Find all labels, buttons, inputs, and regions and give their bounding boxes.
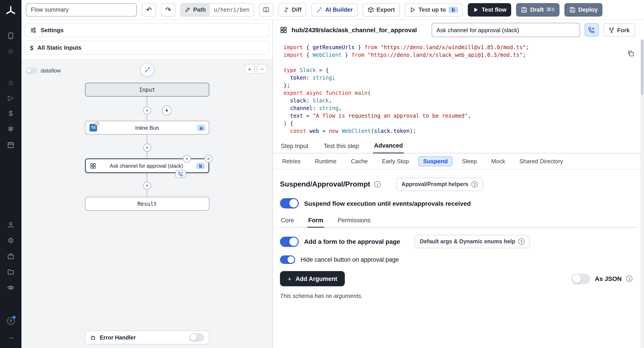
pencil-icon — [185, 7, 190, 12]
info-icon[interactable]: i — [374, 181, 380, 188]
ai-builder-button[interactable]: AI Builder — [312, 3, 358, 16]
tab-test-this-step[interactable]: Test this step — [323, 140, 360, 153]
ai-flow-button[interactable] — [140, 63, 154, 76]
tab-shared-directory[interactable]: Shared Directory — [514, 156, 568, 166]
dataflow-toggle[interactable] — [26, 68, 38, 74]
node-label: Ask channel for approval (slack) — [96, 163, 196, 168]
hide-cancel-toggle[interactable] — [280, 256, 295, 264]
tab-cache[interactable]: Cache — [346, 156, 372, 166]
tab-mock[interactable]: Mock — [486, 156, 510, 166]
tab-form[interactable]: Form — [308, 215, 324, 228]
form-toggle[interactable] — [280, 236, 299, 247]
test-flow-label: Test flow — [482, 6, 506, 13]
collapse-sidebar-icon[interactable]: → — [0, 329, 22, 344]
scrollbar-thumb[interactable] — [641, 39, 644, 95]
step-name-input[interactable] — [432, 23, 580, 37]
tab-advanced[interactable]: Advanced — [373, 140, 404, 154]
draft-button[interactable]: Draft ⌘S — [516, 3, 560, 16]
help-icon[interactable]: ? — [0, 313, 22, 329]
add-step-button[interactable]: + — [143, 106, 151, 114]
default-args-help-button[interactable]: Default args & Dynamic enums help ? — [414, 235, 530, 248]
flow-summary-input[interactable] — [26, 3, 137, 16]
add-argument-label: Add Argument — [296, 275, 338, 282]
fork-button[interactable]: Fork — [603, 23, 635, 37]
wand-icon — [316, 6, 323, 13]
tab-runtime[interactable]: Runtime — [310, 156, 342, 166]
suspend-sub-tabs: Core Form Permissions — [280, 215, 637, 228]
delete-step-button[interactable]: × — [204, 155, 212, 163]
test-up-to-label: Test up to — [418, 6, 446, 13]
docs-book-button[interactable] — [259, 3, 273, 16]
redo-button[interactable]: ↷ — [161, 3, 175, 16]
node-inline-bun[interactable]: TS Inline Bun a — [85, 121, 209, 135]
all-static-inputs-row[interactable]: $ All Static Inputs — [24, 41, 270, 54]
suspend-toggle-row: Suspend flow execution until events/appr… — [273, 194, 644, 213]
node-input[interactable]: Input — [85, 83, 209, 96]
approval-helpers-button[interactable]: Approval/Prompt helpers ? — [396, 178, 483, 191]
node-result[interactable]: Result — [85, 197, 209, 211]
info-icon[interactable]: i — [626, 276, 632, 282]
home-icon[interactable]: ⌂ — [0, 74, 22, 90]
tab-suspend[interactable]: Suspend — [418, 156, 452, 166]
zoom-in-button[interactable]: + — [245, 64, 254, 74]
export-button[interactable]: Export — [362, 3, 400, 16]
error-handler-row[interactable]: Error Handler — [85, 330, 209, 344]
path-value: u/henri/ben — [210, 3, 253, 16]
hub-script-icon — [90, 162, 96, 169]
trigger-bolt-button[interactable] — [162, 106, 172, 116]
hub-path-link[interactable]: hub/2439/slack/ask_channel_for_approval — [292, 26, 417, 34]
step-badge: b — [448, 6, 458, 13]
diff-button[interactable]: Diff — [278, 3, 306, 16]
error-handler-label: Error Handler — [100, 334, 136, 340]
help-circle-icon: ? — [471, 181, 478, 188]
zoom-out-button[interactable]: − — [257, 64, 267, 74]
sliders-icon — [30, 27, 37, 34]
flows-icon[interactable]: ✻ — [0, 121, 22, 137]
path-selector[interactable]: Path u/henri/ben — [180, 3, 254, 16]
tab-early-stop[interactable]: Early Stop — [377, 156, 414, 166]
copy-code-button[interactable] — [628, 50, 634, 59]
wand-icon — [144, 66, 150, 73]
draft-shortcut: ⌘S — [546, 7, 555, 12]
tab-step-input[interactable]: Step Input — [280, 140, 309, 153]
schedules-icon[interactable] — [0, 137, 22, 152]
insert-step-button[interactable]: + — [183, 155, 191, 163]
users-icon[interactable] — [0, 217, 22, 232]
code-editor[interactable]: import { getResumeUrls } from "https://d… — [273, 40, 644, 140]
step-tabs: Step Input Test this step Advanced — [273, 140, 644, 154]
tab-permissions[interactable]: Permissions — [337, 215, 372, 227]
zoom-controls: + − — [245, 64, 267, 74]
test-up-to-button[interactable]: Test up to b — [405, 3, 463, 16]
advanced-tabs: Retries Runtime Cache Early Stop Suspend… — [273, 154, 644, 170]
form-toggle-label: Add a form to the approval page — [304, 238, 400, 245]
tab-sleep[interactable]: Sleep — [457, 156, 482, 166]
scrollbar-track — [640, 39, 644, 348]
undo-button[interactable]: ↶ — [142, 3, 156, 16]
path-chip: Path — [181, 3, 210, 16]
test-flow-button[interactable]: Test flow — [468, 3, 512, 16]
runs-icon[interactable]: ▷ — [0, 90, 22, 106]
fork-label: Fork — [617, 26, 630, 33]
error-handler-toggle[interactable] — [189, 333, 204, 342]
windmill-logo[interactable] — [4, 4, 18, 18]
node-approval-selected[interactable]: Ask channel for approval (slack) b + × — [85, 158, 209, 173]
add-step-button[interactable]: + — [143, 144, 151, 152]
workers-icon[interactable] — [0, 248, 22, 264]
as-json-toggle[interactable] — [572, 274, 590, 284]
variables-icon[interactable]: $ — [0, 106, 22, 121]
export-label: Export — [376, 6, 395, 13]
add-argument-row: + Add Argument As JSON i — [273, 264, 644, 286]
flow-settings-row[interactable]: Settings — [24, 23, 270, 37]
apps-icon[interactable] — [0, 28, 22, 44]
tab-retries[interactable]: Retries — [277, 156, 306, 166]
add-argument-button[interactable]: + Add Argument — [280, 271, 345, 286]
settings-gear-icon[interactable]: ⚙ — [0, 232, 22, 248]
deploy-button[interactable]: Deploy — [564, 3, 603, 16]
suspend-toggle[interactable] — [280, 198, 299, 208]
tab-core[interactable]: Core — [280, 215, 295, 227]
suspend-indicator-button[interactable] — [584, 23, 599, 37]
add-step-button[interactable]: + — [143, 182, 151, 190]
folders-icon[interactable] — [0, 264, 22, 280]
audit-logs-icon[interactable] — [0, 280, 22, 295]
star-icon[interactable]: ☆ — [0, 44, 22, 59]
